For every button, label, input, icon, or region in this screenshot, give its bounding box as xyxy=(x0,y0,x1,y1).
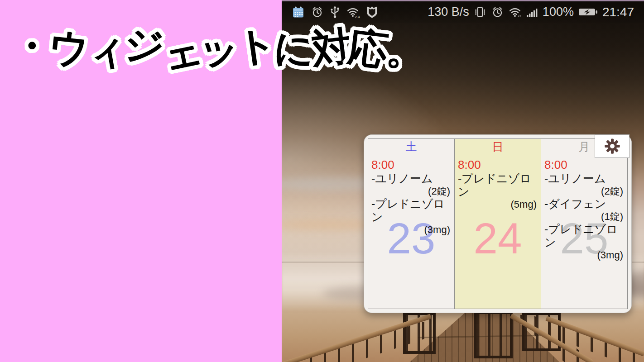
wifi-2.4-icon: 2.4 xyxy=(346,5,360,19)
wifi-band-label: 2.4 xyxy=(355,15,360,19)
widget-day-header: 土 日 月 xyxy=(368,139,627,155)
dose-time: 8:00 xyxy=(458,157,537,172)
medication-widget[interactable]: 土 日 月 8:00 -ユリノーム (2錠) -プレドニゾロン (3mg) 23… xyxy=(364,134,632,313)
status-bar-left: 2.4 xyxy=(292,5,378,19)
status-bar-right: 130 B/s xyxy=(428,5,634,19)
vibrate-icon xyxy=(473,5,487,19)
widget-settings-button[interactable] xyxy=(595,134,630,158)
day-column-monday[interactable]: 8:00 -ユリノーム (2錠) -ダイフェン (1錠) -プレドニゾロン (3… xyxy=(541,155,627,309)
widget-body: 8:00 -ユリノーム (2錠) -プレドニゾロン (3mg) 23 8:00 … xyxy=(368,155,627,309)
day-column-saturday[interactable]: 8:00 -ユリノーム (2錠) -プレドニゾロン (3mg) 23 xyxy=(368,155,455,309)
shield-icon xyxy=(366,5,378,19)
signal-icon xyxy=(526,5,538,19)
med-name: -プレドニゾロン xyxy=(544,223,623,249)
promo-headline: ・ウィジェットに対応。 xyxy=(12,26,422,70)
dose-time: 8:00 xyxy=(544,157,623,172)
day-column-sunday[interactable]: 8:00 -プレドニゾロン (5mg) 24 xyxy=(455,155,541,309)
gear-icon xyxy=(604,138,621,155)
day-header-saturday[interactable]: 土 xyxy=(368,139,455,155)
dose-time: 8:00 xyxy=(371,157,450,172)
screen-top-line xyxy=(282,0,644,1)
med-name: -ユリノーム xyxy=(544,172,623,185)
wifi-icon xyxy=(508,5,522,19)
calendar-icon xyxy=(292,5,305,19)
screenshot-root: ・ウィジェットに対応。 xyxy=(0,0,644,362)
med-dose: (2錠) xyxy=(544,185,623,197)
widget-frame: 土 日 月 8:00 -ユリノーム (2錠) -プレドニゾロン (3mg) 23… xyxy=(368,138,628,309)
med-name: -ダイフェン xyxy=(544,197,623,210)
med-dose: (1錠) xyxy=(544,210,623,223)
med-dose: (2錠) xyxy=(371,185,450,197)
status-bar: 2.4 130 B/s xyxy=(282,0,644,23)
med-dose: (3mg) xyxy=(544,249,623,261)
med-name: -ユリノーム xyxy=(371,172,450,185)
battery-charging-icon xyxy=(578,5,598,19)
day-header-sunday[interactable]: 日 xyxy=(455,139,541,155)
alarm-icon xyxy=(311,5,324,19)
net-speed-label: 130 B/s xyxy=(428,5,469,19)
med-dose: (3mg) xyxy=(371,224,450,236)
clock-label: 21:47 xyxy=(602,5,634,19)
date-number: 24 xyxy=(455,217,541,260)
med-name: -プレドニゾロン xyxy=(458,172,537,198)
med-name: -プレドニゾロン xyxy=(371,197,450,224)
med-dose: (5mg) xyxy=(458,198,537,210)
alarm-icon xyxy=(491,5,504,19)
pier-gate-frame xyxy=(474,311,513,358)
battery-percent-label: 100% xyxy=(543,5,574,19)
usb-icon xyxy=(330,5,340,19)
